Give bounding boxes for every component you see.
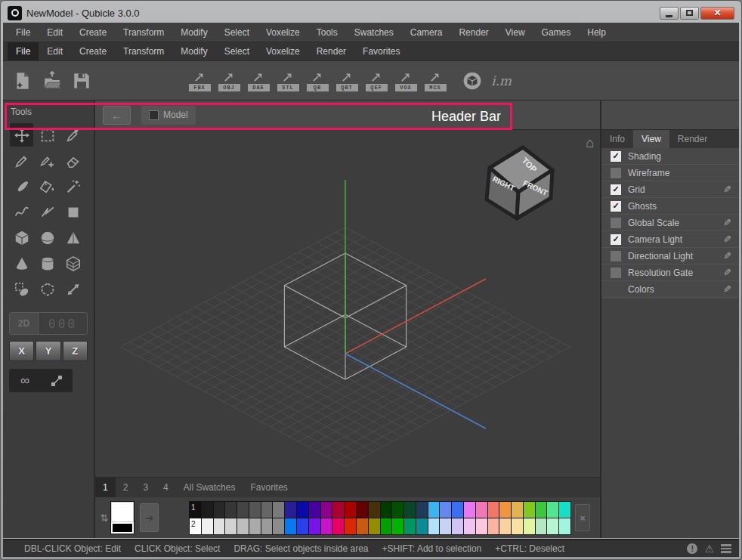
swatch-cell[interactable] bbox=[547, 502, 558, 518]
swatch-cell[interactable] bbox=[547, 518, 558, 534]
swatch-cell[interactable] bbox=[464, 502, 475, 518]
swatch-cell[interactable] bbox=[416, 518, 428, 534]
swatch-cell[interactable] bbox=[536, 518, 547, 534]
extrude-box-tool[interactable] bbox=[36, 277, 59, 301]
back-button[interactable]: ← bbox=[103, 106, 131, 125]
swatch-cell[interactable] bbox=[428, 518, 440, 534]
edit-pencil-icon[interactable]: ✎ bbox=[723, 184, 731, 195]
export-stl-button[interactable]: STL bbox=[274, 64, 301, 97]
quick-menu-favorites[interactable]: Favorites bbox=[354, 42, 408, 60]
menu-voxelize[interactable]: Voxelize bbox=[258, 23, 308, 42]
swatch-cell[interactable] bbox=[369, 502, 380, 518]
menu-edit[interactable]: Edit bbox=[39, 23, 71, 42]
tab-info[interactable]: Info bbox=[601, 130, 633, 148]
swatch-cell[interactable] bbox=[214, 502, 225, 518]
axis-y-button[interactable]: Y bbox=[36, 341, 60, 361]
home-view-icon[interactable]: ⌂ bbox=[586, 136, 594, 150]
swatch-cell[interactable] bbox=[357, 518, 368, 534]
swatch-cell[interactable] bbox=[512, 502, 523, 518]
camera-light-checkbox[interactable]: ✓ bbox=[611, 234, 621, 245]
swatch-cell[interactable] bbox=[404, 502, 416, 518]
log-menu-icon[interactable] bbox=[721, 544, 731, 553]
ghosts-checkbox[interactable]: ✓ bbox=[611, 201, 621, 212]
quick-menu-file[interactable]: File bbox=[8, 42, 39, 60]
close-button[interactable]: ✕ bbox=[700, 7, 734, 20]
menu-tools[interactable]: Tools bbox=[308, 23, 346, 42]
directional-light-checkbox[interactable] bbox=[611, 251, 621, 261]
line-mode-button[interactable] bbox=[41, 369, 73, 392]
export-qbt-button[interactable]: QBT bbox=[333, 64, 360, 97]
color-picker-tool[interactable] bbox=[61, 123, 85, 147]
swatch-cell[interactable] bbox=[536, 502, 547, 518]
rect-select-tool[interactable] bbox=[36, 123, 59, 147]
primary-color[interactable] bbox=[111, 502, 134, 522]
swatch-cell[interactable] bbox=[285, 518, 296, 534]
swatch-cell[interactable] bbox=[404, 518, 416, 534]
shading-checkbox[interactable]: ✓ bbox=[611, 151, 621, 162]
grid-checkbox[interactable]: ✓ bbox=[611, 184, 621, 195]
swatch-cell[interactable] bbox=[214, 518, 225, 534]
cone-tool[interactable] bbox=[10, 252, 33, 275]
freehand-tool[interactable] bbox=[10, 200, 33, 224]
swatch-cell[interactable] bbox=[476, 518, 487, 534]
export-fbx-button[interactable]: FBX bbox=[186, 64, 213, 97]
resize-tool[interactable] bbox=[61, 277, 85, 301]
swatch-cell[interactable] bbox=[309, 518, 320, 534]
swatch-cell[interactable] bbox=[452, 502, 463, 518]
export-vox-button[interactable]: VOX bbox=[392, 64, 419, 97]
quick-menu-transform[interactable]: Transform bbox=[115, 42, 172, 60]
swatch-cell[interactable] bbox=[428, 502, 440, 518]
swatch-cell[interactable] bbox=[297, 502, 308, 518]
attach-pencil-tool[interactable] bbox=[36, 149, 59, 172]
swatch-cell[interactable] bbox=[285, 502, 296, 518]
minimize-button[interactable] bbox=[660, 7, 679, 20]
export-mcs-button[interactable]: MCS bbox=[422, 64, 449, 97]
tab-view[interactable]: View bbox=[633, 130, 669, 148]
mode-2d-control[interactable]: 2D 000 bbox=[9, 312, 88, 335]
cylinder-tool[interactable] bbox=[36, 252, 59, 275]
swatch-cell[interactable] bbox=[416, 502, 428, 518]
swatch-tab-1[interactable]: 1 bbox=[95, 478, 116, 497]
axis-x-button[interactable]: X bbox=[9, 341, 34, 361]
new-model-button[interactable] bbox=[9, 64, 36, 97]
mirror-mode-button[interactable]: ∞ bbox=[9, 369, 41, 392]
swatch-cell[interactable] bbox=[225, 502, 237, 518]
edit-pencil-icon[interactable]: ✎ bbox=[723, 250, 731, 261]
swatch-cell[interactable] bbox=[392, 502, 403, 518]
imaterialise-button[interactable]: i.m bbox=[488, 73, 515, 88]
swatch-cell[interactable] bbox=[464, 518, 475, 534]
apply-color-button[interactable]: ➜ bbox=[140, 503, 159, 532]
export-qef-button[interactable]: QEF bbox=[363, 64, 390, 97]
paint-brush-tool[interactable] bbox=[10, 175, 33, 198]
swatch-cell[interactable] bbox=[559, 502, 570, 518]
swatch-cell[interactable] bbox=[392, 518, 403, 534]
swatch-cell[interactable] bbox=[225, 518, 237, 534]
brush-size-counter[interactable]: 000 bbox=[39, 313, 87, 334]
menu-render[interactable]: Render bbox=[450, 23, 496, 42]
line-tool[interactable] bbox=[36, 200, 59, 224]
select-paint-tool[interactable] bbox=[10, 277, 33, 301]
title-bar[interactable]: NewModel - Qubicle 3.0.0 ✕ bbox=[3, 3, 739, 23]
swatch-cell[interactable] bbox=[332, 502, 344, 518]
pyramid-tool[interactable] bbox=[61, 226, 85, 249]
edit-pencil-icon[interactable]: ✎ bbox=[723, 217, 731, 228]
edit-pencil-icon[interactable]: ✎ bbox=[723, 234, 731, 245]
swatch-cell[interactable] bbox=[237, 518, 249, 534]
swatch-cell[interactable] bbox=[249, 502, 261, 518]
menu-swatches[interactable]: Swatches bbox=[346, 23, 402, 42]
swatch-cell[interactable] bbox=[369, 518, 380, 534]
quick-menu-select[interactable]: Select bbox=[216, 42, 258, 60]
menu-help[interactable]: Help bbox=[579, 23, 614, 42]
menu-modify[interactable]: Modify bbox=[172, 23, 215, 42]
swatch-tab-2[interactable]: 2 bbox=[116, 478, 136, 497]
secondary-color[interactable] bbox=[111, 522, 134, 534]
swatch-cell[interactable] bbox=[321, 518, 332, 534]
swatch-cell[interactable] bbox=[381, 518, 392, 534]
menu-transform[interactable]: Transform bbox=[115, 23, 172, 42]
export-obj-button[interactable]: OBJ bbox=[215, 64, 243, 97]
menu-camera[interactable]: Camera bbox=[402, 23, 451, 42]
swatch-cell[interactable] bbox=[345, 518, 356, 534]
swatch-cell[interactable] bbox=[261, 502, 273, 518]
import-model-button[interactable] bbox=[97, 64, 125, 97]
swatch-cell[interactable] bbox=[524, 502, 535, 518]
